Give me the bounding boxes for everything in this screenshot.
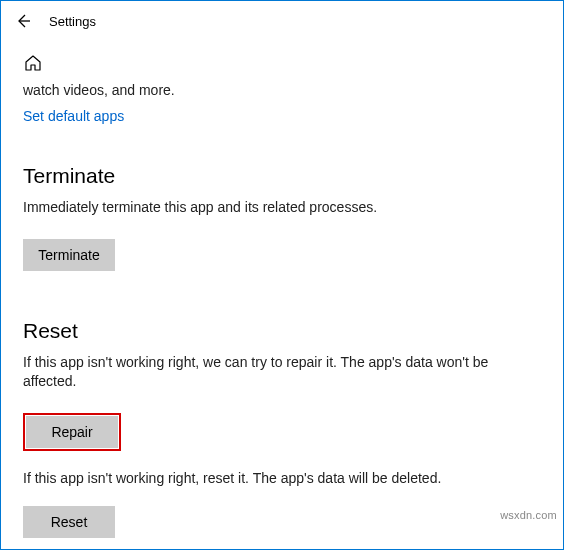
set-default-apps-link[interactable]: Set default apps [23,108,124,124]
terminate-heading: Terminate [23,164,541,188]
window-title: Settings [49,14,96,29]
terminate-description: Immediately terminate this app and its r… [23,198,541,217]
terminate-button[interactable]: Terminate [23,239,115,271]
reset-heading: Reset [23,319,541,343]
back-arrow-icon[interactable] [15,13,31,29]
watermark-text: wsxdn.com [500,509,557,521]
repair-description: If this app isn't working right, we can … [23,353,541,391]
content-area: watch videos, and more. Set default apps… [1,53,563,538]
repair-button[interactable]: Repair [26,416,118,448]
reset-button[interactable]: Reset [23,506,115,538]
repair-highlight: Repair [23,413,121,451]
truncated-description: watch videos, and more. [23,82,541,98]
home-icon[interactable] [23,53,541,76]
reset-description: If this app isn't working right, reset i… [23,469,541,488]
titlebar: Settings [1,1,563,39]
